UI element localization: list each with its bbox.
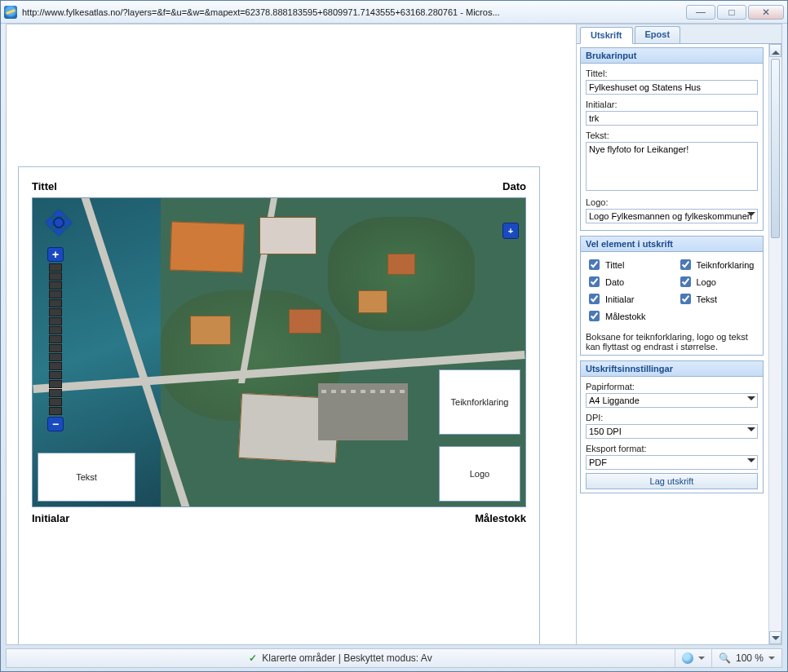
chk-initialar[interactable]: Initialar xyxy=(586,291,667,307)
pan-center-icon[interactable] xyxy=(53,217,64,228)
preview-initialar-label: Initialar xyxy=(32,512,69,524)
side-body: Brukarinput Tittel: Initialar: Tekst: Lo… xyxy=(577,44,768,644)
logo-select[interactable] xyxy=(586,209,758,223)
window-title: http://www.fylkesatlas.no/?layers=&f=&u=… xyxy=(22,7,686,17)
zoom-slider[interactable]: + − xyxy=(47,247,64,431)
scroll-thumb[interactable] xyxy=(771,59,780,238)
map-parking xyxy=(318,383,408,440)
map-building xyxy=(259,217,317,254)
papirformat-label: Papirformat: xyxy=(586,382,758,391)
print-layout-frame: Tittel Dato xyxy=(18,166,540,645)
chevron-down-icon xyxy=(768,657,775,663)
tittel-label: Tittel: xyxy=(586,69,758,78)
preview-dato-label: Dato xyxy=(502,180,526,192)
dpi-select[interactable] xyxy=(586,424,758,439)
side-panel: Utskrift Epost Brukarinput Tittel: Initi… xyxy=(576,24,781,644)
tittel-input[interactable] xyxy=(586,80,758,95)
chk-tittel[interactable]: Tittel xyxy=(586,257,667,272)
logo-label: Logo: xyxy=(586,197,758,207)
map-building xyxy=(289,309,321,334)
eksport-label: Eksport format: xyxy=(586,444,758,453)
checkmark-icon: ✓ xyxy=(249,652,257,664)
titlebar: http://www.fylkesatlas.no/?layers=&f=&u=… xyxy=(1,1,787,24)
chevron-down-icon xyxy=(698,657,705,663)
zoom-out-button[interactable]: − xyxy=(47,417,64,431)
client-area: Tittel Dato xyxy=(6,24,782,645)
eksport-select[interactable] xyxy=(586,455,758,470)
papirformat-select[interactable] xyxy=(586,393,758,408)
status-zoom-text: 100 % xyxy=(736,652,764,664)
maximize-button[interactable]: □ xyxy=(717,5,746,20)
pan-down-icon[interactable] xyxy=(52,229,65,242)
zoom-in-button[interactable]: + xyxy=(47,247,64,262)
status-trusted-text: Klarerte områder | Beskyttet modus: Av xyxy=(262,652,432,664)
map-building xyxy=(358,290,387,313)
map-building xyxy=(190,316,231,345)
panel-header-vel-element: Vel element i utskrift xyxy=(581,237,763,252)
initialar-label: Initialar: xyxy=(586,99,758,109)
globe-icon xyxy=(682,652,693,664)
overlay-tekst-box[interactable]: Tekst xyxy=(38,453,135,502)
chk-tekst[interactable]: Tekst xyxy=(677,291,759,307)
status-mode-section[interactable] xyxy=(675,649,711,667)
panel-header-utskriftsinnstillingar: Utskriftsinnstillingar xyxy=(581,361,763,377)
overlay-logo-box[interactable]: Logo xyxy=(439,446,520,502)
tab-epost[interactable]: Epost xyxy=(635,26,681,43)
sidebar-scrollbar[interactable] xyxy=(768,44,781,644)
preview-pane: Tittel Dato xyxy=(7,24,576,644)
pan-control[interactable] xyxy=(41,205,77,241)
magnifier-icon: 🔍 xyxy=(719,652,731,664)
status-zoom-section[interactable]: 🔍 100 % xyxy=(711,649,781,667)
app-window: http://www.fylkesatlas.no/?layers=&f=&u=… xyxy=(0,0,788,672)
overlay-teikn-label: Teiknforklaring xyxy=(451,397,509,407)
preview-malestokk-label: Målestokk xyxy=(475,512,526,524)
lag-utskrift-button[interactable]: Lag utskrift xyxy=(586,473,758,489)
preview-tittel-label: Tittel xyxy=(32,180,57,192)
status-bar: ✓ Klarerte områder | Beskyttet modus: Av… xyxy=(6,648,782,668)
map-building xyxy=(387,254,415,275)
pan-right-icon[interactable] xyxy=(65,216,78,229)
map-viewport[interactable]: + − + Tekst xyxy=(32,197,526,507)
dpi-label: DPI: xyxy=(586,413,758,422)
vel-element-help: Boksane for teiknforklaring, logo og tek… xyxy=(586,332,758,351)
close-button[interactable]: ✕ xyxy=(748,5,784,20)
map-building xyxy=(170,222,245,273)
overlay-tekst-label: Tekst xyxy=(76,472,97,482)
chk-teiknforklaring[interactable]: Teiknforklaring xyxy=(677,257,759,272)
tab-utskrift[interactable]: Utskrift xyxy=(580,27,633,44)
overlay-teiknforklaring-box[interactable]: Teiknforklaring xyxy=(439,369,520,435)
tekst-label: Tekst: xyxy=(586,130,758,140)
pan-left-icon[interactable] xyxy=(39,216,52,229)
panel-vel-element: Vel element i utskrift Tittel Dato Initi… xyxy=(580,236,764,356)
ie-icon xyxy=(4,6,17,19)
overlay-logo-label: Logo xyxy=(470,469,489,479)
panel-brukarinput: Brukarinput Tittel: Initialar: Tekst: Lo… xyxy=(580,47,764,231)
tekst-textarea[interactable] xyxy=(586,142,758,191)
scroll-up-icon[interactable] xyxy=(769,44,781,57)
chk-logo[interactable]: Logo xyxy=(677,274,759,290)
scroll-down-icon[interactable] xyxy=(769,631,781,644)
initialar-input[interactable] xyxy=(586,111,758,126)
panel-utskriftsinnstillingar: Utskriftsinnstillingar Papirformat: DPI:… xyxy=(580,360,764,493)
expand-button[interactable]: + xyxy=(502,223,519,239)
chk-malestokk[interactable]: Målestokk xyxy=(586,308,667,324)
pan-up-icon[interactable] xyxy=(52,203,65,216)
panel-header-brukarinput: Brukarinput xyxy=(581,48,763,64)
chk-dato[interactable]: Dato xyxy=(586,274,667,290)
minimize-button[interactable]: — xyxy=(686,5,715,20)
tab-bar: Utskrift Epost xyxy=(577,24,781,44)
zoom-track[interactable] xyxy=(49,263,62,415)
